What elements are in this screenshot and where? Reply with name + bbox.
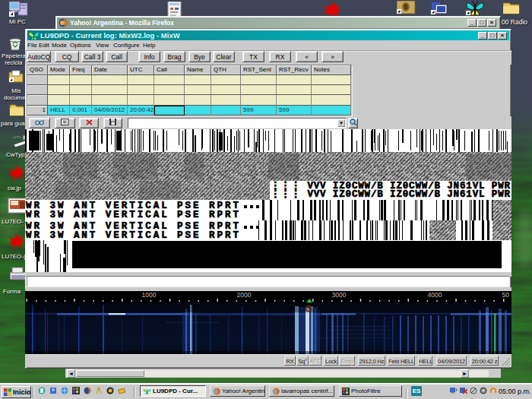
svg-text:50: 50 [502,291,510,299]
svg-text:1000: 1000 [142,291,157,299]
svg-text:2000: 2000 [237,291,252,299]
svg-text:⋮⋮⋮ VVV IZ0CWW/B IZ0CWW/B JN61: ⋮⋮⋮ VVV IZ0CWW/B IZ0CWW/B JN61VL PWR [271,189,510,200]
svg-text:4000: 4000 [428,291,442,299]
svg-text:3000: 3000 [332,291,347,299]
